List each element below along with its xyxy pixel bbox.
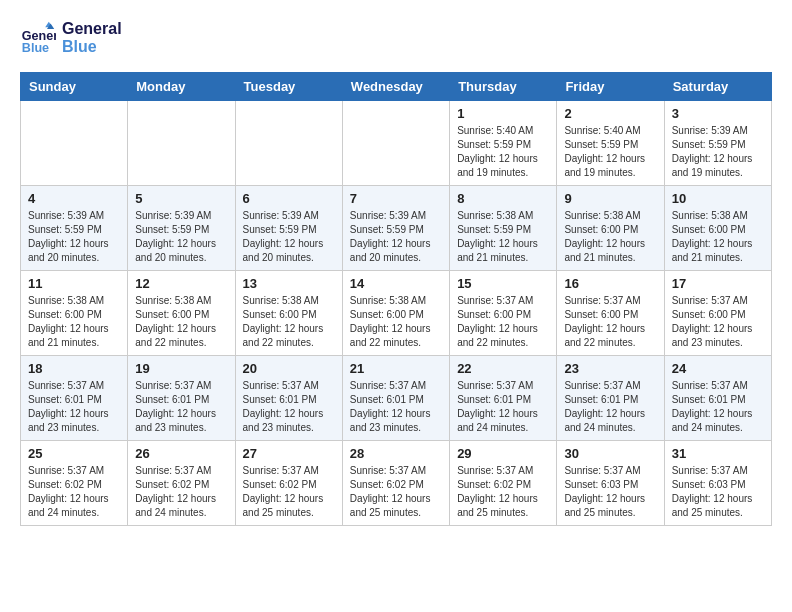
week-row-1: 1Sunrise: 5:40 AM Sunset: 5:59 PM Daylig…	[21, 101, 772, 186]
day-info: Sunrise: 5:38 AM Sunset: 6:00 PM Dayligh…	[28, 294, 120, 350]
calendar-cell: 5Sunrise: 5:39 AM Sunset: 5:59 PM Daylig…	[128, 186, 235, 271]
calendar-cell	[342, 101, 449, 186]
day-info: Sunrise: 5:37 AM Sunset: 6:02 PM Dayligh…	[243, 464, 335, 520]
calendar-cell: 8Sunrise: 5:38 AM Sunset: 5:59 PM Daylig…	[450, 186, 557, 271]
day-info: Sunrise: 5:39 AM Sunset: 5:59 PM Dayligh…	[672, 124, 764, 180]
weekday-header-sunday: Sunday	[21, 73, 128, 101]
calendar-cell: 27Sunrise: 5:37 AM Sunset: 6:02 PM Dayli…	[235, 441, 342, 526]
weekday-header-wednesday: Wednesday	[342, 73, 449, 101]
day-number: 8	[457, 191, 549, 206]
day-number: 14	[350, 276, 442, 291]
calendar-cell: 15Sunrise: 5:37 AM Sunset: 6:00 PM Dayli…	[450, 271, 557, 356]
calendar-cell: 12Sunrise: 5:38 AM Sunset: 6:00 PM Dayli…	[128, 271, 235, 356]
calendar-cell: 26Sunrise: 5:37 AM Sunset: 6:02 PM Dayli…	[128, 441, 235, 526]
logo-icon: General Blue	[20, 20, 56, 56]
day-number: 2	[564, 106, 656, 121]
day-number: 17	[672, 276, 764, 291]
calendar-cell: 20Sunrise: 5:37 AM Sunset: 6:01 PM Dayli…	[235, 356, 342, 441]
calendar-cell: 30Sunrise: 5:37 AM Sunset: 6:03 PM Dayli…	[557, 441, 664, 526]
page-header: General Blue GeneralBlue	[20, 20, 772, 56]
day-info: Sunrise: 5:37 AM Sunset: 6:03 PM Dayligh…	[672, 464, 764, 520]
day-number: 16	[564, 276, 656, 291]
day-info: Sunrise: 5:38 AM Sunset: 6:00 PM Dayligh…	[672, 209, 764, 265]
day-number: 9	[564, 191, 656, 206]
day-info: Sunrise: 5:39 AM Sunset: 5:59 PM Dayligh…	[243, 209, 335, 265]
day-number: 29	[457, 446, 549, 461]
day-info: Sunrise: 5:37 AM Sunset: 6:00 PM Dayligh…	[672, 294, 764, 350]
week-row-5: 25Sunrise: 5:37 AM Sunset: 6:02 PM Dayli…	[21, 441, 772, 526]
day-info: Sunrise: 5:38 AM Sunset: 6:00 PM Dayligh…	[350, 294, 442, 350]
day-info: Sunrise: 5:37 AM Sunset: 6:03 PM Dayligh…	[564, 464, 656, 520]
day-info: Sunrise: 5:37 AM Sunset: 6:01 PM Dayligh…	[135, 379, 227, 435]
day-number: 11	[28, 276, 120, 291]
calendar-cell: 14Sunrise: 5:38 AM Sunset: 6:00 PM Dayli…	[342, 271, 449, 356]
day-info: Sunrise: 5:38 AM Sunset: 6:00 PM Dayligh…	[243, 294, 335, 350]
day-number: 5	[135, 191, 227, 206]
day-info: Sunrise: 5:40 AM Sunset: 5:59 PM Dayligh…	[457, 124, 549, 180]
day-info: Sunrise: 5:39 AM Sunset: 5:59 PM Dayligh…	[350, 209, 442, 265]
day-number: 28	[350, 446, 442, 461]
calendar-cell: 29Sunrise: 5:37 AM Sunset: 6:02 PM Dayli…	[450, 441, 557, 526]
calendar-cell	[128, 101, 235, 186]
calendar-cell: 18Sunrise: 5:37 AM Sunset: 6:01 PM Dayli…	[21, 356, 128, 441]
day-info: Sunrise: 5:39 AM Sunset: 5:59 PM Dayligh…	[28, 209, 120, 265]
day-number: 7	[350, 191, 442, 206]
day-info: Sunrise: 5:37 AM Sunset: 6:02 PM Dayligh…	[135, 464, 227, 520]
calendar-cell: 4Sunrise: 5:39 AM Sunset: 5:59 PM Daylig…	[21, 186, 128, 271]
calendar-cell: 11Sunrise: 5:38 AM Sunset: 6:00 PM Dayli…	[21, 271, 128, 356]
calendar-cell: 13Sunrise: 5:38 AM Sunset: 6:00 PM Dayli…	[235, 271, 342, 356]
day-number: 4	[28, 191, 120, 206]
day-number: 30	[564, 446, 656, 461]
day-info: Sunrise: 5:37 AM Sunset: 6:00 PM Dayligh…	[564, 294, 656, 350]
day-number: 10	[672, 191, 764, 206]
week-row-4: 18Sunrise: 5:37 AM Sunset: 6:01 PM Dayli…	[21, 356, 772, 441]
logo-name: GeneralBlue	[62, 20, 122, 56]
calendar-cell: 25Sunrise: 5:37 AM Sunset: 6:02 PM Dayli…	[21, 441, 128, 526]
calendar-cell: 10Sunrise: 5:38 AM Sunset: 6:00 PM Dayli…	[664, 186, 771, 271]
day-number: 23	[564, 361, 656, 376]
day-number: 3	[672, 106, 764, 121]
day-number: 24	[672, 361, 764, 376]
calendar-cell: 1Sunrise: 5:40 AM Sunset: 5:59 PM Daylig…	[450, 101, 557, 186]
calendar-cell: 16Sunrise: 5:37 AM Sunset: 6:00 PM Dayli…	[557, 271, 664, 356]
weekday-header-saturday: Saturday	[664, 73, 771, 101]
day-number: 13	[243, 276, 335, 291]
day-info: Sunrise: 5:37 AM Sunset: 6:01 PM Dayligh…	[243, 379, 335, 435]
day-info: Sunrise: 5:37 AM Sunset: 6:00 PM Dayligh…	[457, 294, 549, 350]
day-info: Sunrise: 5:38 AM Sunset: 6:00 PM Dayligh…	[135, 294, 227, 350]
day-info: Sunrise: 5:38 AM Sunset: 5:59 PM Dayligh…	[457, 209, 549, 265]
weekday-header-friday: Friday	[557, 73, 664, 101]
day-info: Sunrise: 5:40 AM Sunset: 5:59 PM Dayligh…	[564, 124, 656, 180]
day-number: 22	[457, 361, 549, 376]
day-info: Sunrise: 5:37 AM Sunset: 6:02 PM Dayligh…	[28, 464, 120, 520]
week-row-2: 4Sunrise: 5:39 AM Sunset: 5:59 PM Daylig…	[21, 186, 772, 271]
calendar-cell: 9Sunrise: 5:38 AM Sunset: 6:00 PM Daylig…	[557, 186, 664, 271]
day-number: 1	[457, 106, 549, 121]
day-info: Sunrise: 5:37 AM Sunset: 6:01 PM Dayligh…	[672, 379, 764, 435]
day-info: Sunrise: 5:37 AM Sunset: 6:01 PM Dayligh…	[564, 379, 656, 435]
calendar-cell: 31Sunrise: 5:37 AM Sunset: 6:03 PM Dayli…	[664, 441, 771, 526]
calendar-cell: 24Sunrise: 5:37 AM Sunset: 6:01 PM Dayli…	[664, 356, 771, 441]
weekday-header-thursday: Thursday	[450, 73, 557, 101]
day-number: 26	[135, 446, 227, 461]
logo: General Blue GeneralBlue	[20, 20, 122, 56]
calendar-cell: 6Sunrise: 5:39 AM Sunset: 5:59 PM Daylig…	[235, 186, 342, 271]
day-number: 19	[135, 361, 227, 376]
calendar-cell: 21Sunrise: 5:37 AM Sunset: 6:01 PM Dayli…	[342, 356, 449, 441]
day-info: Sunrise: 5:39 AM Sunset: 5:59 PM Dayligh…	[135, 209, 227, 265]
day-number: 15	[457, 276, 549, 291]
calendar-table: SundayMondayTuesdayWednesdayThursdayFrid…	[20, 72, 772, 526]
day-number: 25	[28, 446, 120, 461]
day-info: Sunrise: 5:37 AM Sunset: 6:02 PM Dayligh…	[457, 464, 549, 520]
week-row-3: 11Sunrise: 5:38 AM Sunset: 6:00 PM Dayli…	[21, 271, 772, 356]
weekday-header-tuesday: Tuesday	[235, 73, 342, 101]
calendar-cell: 28Sunrise: 5:37 AM Sunset: 6:02 PM Dayli…	[342, 441, 449, 526]
calendar-cell: 7Sunrise: 5:39 AM Sunset: 5:59 PM Daylig…	[342, 186, 449, 271]
day-info: Sunrise: 5:37 AM Sunset: 6:01 PM Dayligh…	[457, 379, 549, 435]
day-info: Sunrise: 5:37 AM Sunset: 6:01 PM Dayligh…	[350, 379, 442, 435]
day-number: 20	[243, 361, 335, 376]
weekday-header-row: SundayMondayTuesdayWednesdayThursdayFrid…	[21, 73, 772, 101]
day-info: Sunrise: 5:38 AM Sunset: 6:00 PM Dayligh…	[564, 209, 656, 265]
calendar-cell	[21, 101, 128, 186]
day-info: Sunrise: 5:37 AM Sunset: 6:02 PM Dayligh…	[350, 464, 442, 520]
